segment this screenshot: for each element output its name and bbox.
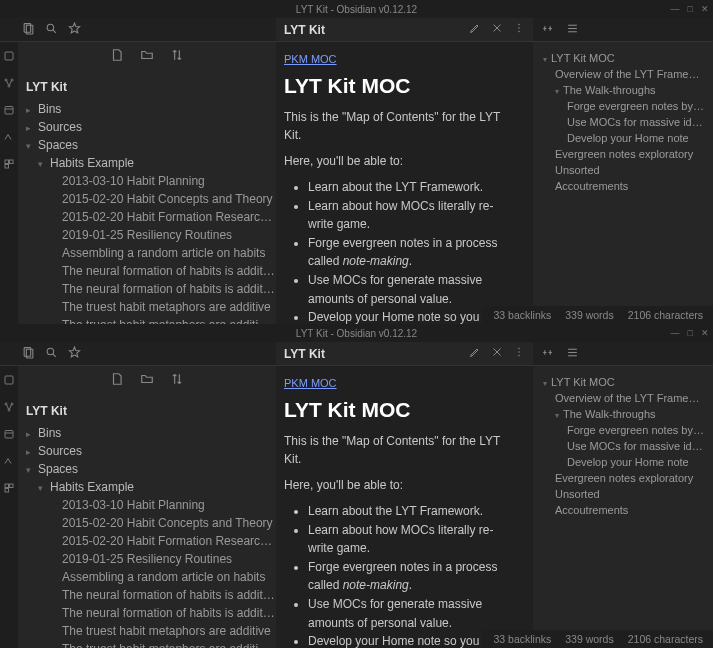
svg-rect-20 bbox=[5, 160, 9, 164]
paragraph: Here, you'll be able to: bbox=[284, 152, 517, 170]
template-icon[interactable] bbox=[3, 158, 15, 173]
vault-name[interactable]: LYT Kit bbox=[18, 78, 276, 96]
status-bar: 33 backlinks 339 words 2106 characters bbox=[483, 306, 713, 324]
window-min-icon[interactable]: — bbox=[671, 4, 680, 14]
outline-item[interactable]: Unsorted bbox=[539, 162, 707, 178]
window-close-icon[interactable]: ✕ bbox=[701, 4, 709, 14]
title-bar: LYT Kit - Obsidian v0.12.12 — □ ✕ bbox=[0, 0, 713, 18]
outline-item[interactable]: LYT Kit MOC bbox=[539, 50, 707, 66]
svg-point-2 bbox=[47, 24, 54, 31]
outline-item[interactable]: Forge evergreen notes by note-making bbox=[539, 98, 707, 114]
status-chars: 2106 characters bbox=[628, 309, 703, 321]
graph-icon[interactable] bbox=[3, 77, 15, 92]
tab-title: LYT Kit bbox=[284, 23, 469, 37]
list-item: Forge evergreen notes in a process calle… bbox=[308, 234, 517, 271]
outline-item[interactable]: Develop your Home note bbox=[539, 130, 707, 146]
list-item: Learn about the LYT Framework. bbox=[308, 178, 517, 197]
app-window: LYT Kit - Obsidian v0.12.12 — □ ✕ LYT Ki… bbox=[0, 0, 713, 324]
svg-line-16 bbox=[7, 81, 9, 86]
file-item[interactable]: 2015-02-20 Habit Concepts and Theory bbox=[18, 190, 276, 208]
svg-line-17 bbox=[10, 81, 12, 86]
link-icon[interactable] bbox=[541, 22, 554, 38]
file-item[interactable]: The neural formation of habits is additi… bbox=[18, 280, 276, 298]
svg-line-3 bbox=[53, 29, 56, 32]
new-folder-icon[interactable] bbox=[140, 48, 154, 65]
editor-tab: LYT Kit bbox=[276, 18, 533, 41]
content-list: Learn about the LYT Framework. Learn abo… bbox=[308, 178, 517, 324]
outline-item[interactable]: Use MOCs for massive ideation bbox=[539, 114, 707, 130]
outline-pane: LYT Kit MOC Overview of the LYT Framewor… bbox=[533, 42, 713, 324]
file-item[interactable]: 2013-03-10 Habit Planning bbox=[18, 172, 276, 190]
star-icon[interactable] bbox=[68, 22, 81, 38]
page-title: LYT Kit MOC bbox=[284, 74, 517, 98]
sort-icon[interactable] bbox=[170, 48, 184, 65]
folder-sources[interactable]: Sources bbox=[18, 118, 276, 136]
close-tab-icon[interactable] bbox=[491, 22, 503, 37]
quick-switcher-icon[interactable] bbox=[3, 50, 15, 65]
outline-item[interactable]: Overview of the LYT Framework bbox=[539, 66, 707, 82]
svg-rect-22 bbox=[5, 165, 9, 169]
file-item[interactable]: The neural formation of habits is additi… bbox=[18, 262, 276, 280]
svg-point-7 bbox=[518, 27, 520, 29]
title-bar-text: LYT Kit - Obsidian v0.12.12 bbox=[296, 4, 417, 15]
files-icon[interactable] bbox=[22, 22, 35, 38]
window-max-icon[interactable]: □ bbox=[688, 4, 693, 14]
outline-item[interactable]: Accoutrements bbox=[539, 178, 707, 194]
list-item: Use MOCs for generate massive amounts of… bbox=[308, 271, 517, 308]
new-note-icon[interactable] bbox=[110, 48, 124, 65]
file-item[interactable]: Assembling a random article on habits bbox=[18, 244, 276, 262]
command-icon[interactable] bbox=[3, 131, 15, 146]
outline-icon[interactable] bbox=[566, 22, 579, 38]
svg-point-8 bbox=[518, 31, 520, 33]
editor-pane: PKM MOC LYT Kit MOC This is the "Map of … bbox=[276, 42, 533, 324]
ribbon bbox=[0, 42, 18, 324]
outline-item[interactable]: Evergreen notes exploratory bbox=[539, 146, 707, 162]
status-backlinks[interactable]: 33 backlinks bbox=[493, 309, 551, 321]
file-tree: LYT Kit Bins Sources Spaces Habits Examp… bbox=[18, 70, 276, 324]
file-item[interactable]: 2019-01-25 Resiliency Routines bbox=[18, 226, 276, 244]
svg-rect-12 bbox=[5, 52, 13, 60]
breadcrumb-link[interactable]: PKM MOC bbox=[284, 53, 337, 65]
svg-rect-21 bbox=[10, 160, 14, 164]
file-item[interactable]: 2015-02-20 Habit Formation Research Arti… bbox=[18, 208, 276, 226]
search-icon[interactable] bbox=[45, 22, 58, 38]
top-bar: LYT Kit bbox=[0, 18, 713, 42]
more-icon[interactable] bbox=[513, 22, 525, 37]
svg-rect-18 bbox=[5, 107, 13, 115]
svg-point-6 bbox=[518, 24, 520, 26]
file-item[interactable]: The truest habit metaphors are additive bbox=[18, 298, 276, 316]
svg-point-15 bbox=[8, 85, 10, 87]
daily-note-icon[interactable] bbox=[3, 104, 15, 119]
file-item[interactable]: The truest habit metaphors are additive … bbox=[18, 316, 276, 324]
outline-item[interactable]: The Walk-throughs bbox=[539, 82, 707, 98]
folder-bins[interactable]: Bins bbox=[18, 100, 276, 118]
paragraph: This is the "Map of Contents" for the LY… bbox=[284, 108, 517, 144]
folder-habits[interactable]: Habits Example bbox=[18, 154, 276, 172]
file-explorer: LYT Kit Bins Sources Spaces Habits Examp… bbox=[18, 42, 276, 324]
list-item: Learn about how MOCs literally re-write … bbox=[308, 197, 517, 234]
folder-spaces[interactable]: Spaces bbox=[18, 136, 276, 154]
edit-icon[interactable] bbox=[469, 22, 481, 37]
status-words: 339 words bbox=[565, 309, 613, 321]
